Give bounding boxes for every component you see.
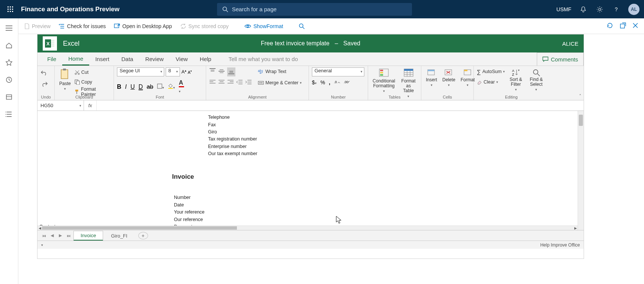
italic-icon[interactable]: I [125,84,127,90]
fx-icon[interactable]: fx [84,100,97,111]
tab-file[interactable]: File [41,52,62,66]
add-sheet-icon[interactable]: + [138,232,148,239]
waffle-icon[interactable] [4,3,16,15]
tell-me-input[interactable]: Tell me what you want to do [229,52,298,66]
close-icon[interactable] [633,23,638,29]
hamburger-icon[interactable] [4,24,13,33]
increase-decimal-icon[interactable]: .0 [334,79,340,85]
tab-review[interactable]: Review [139,52,169,66]
bold-icon[interactable]: B [117,84,121,90]
decrease-decimal-icon[interactable]: .00 [344,79,350,85]
sync-button[interactable]: Sync stored copy [180,23,229,29]
cut-button[interactable]: Cut [75,68,111,76]
format-as-table-button[interactable]: Format as Table▾ [399,67,418,99]
conditional-formatting-button[interactable]: Conditional Formatting▾ [371,67,397,94]
tab-home[interactable]: Home [62,52,89,66]
comments-button[interactable]: Comments [537,52,584,66]
decrease-font-icon[interactable]: A▾ [188,70,192,75]
redo-icon[interactable] [40,81,48,88]
status-menu-icon[interactable]: ▾ [41,243,43,247]
cell-number[interactable]: Number [174,195,190,200]
hscroll-left-icon[interactable]: ◀ [37,226,42,230]
align-left-icon[interactable] [209,79,216,86]
avatar[interactable]: AL [628,4,640,15]
cell-our-ref[interactable]: Our reference [174,217,203,222]
undo-icon[interactable] [40,70,48,77]
home-icon[interactable] [4,41,13,50]
cell-date[interactable]: Date [174,202,184,208]
recent-icon[interactable] [4,75,13,84]
excel-doc-title[interactable]: Free text invoice template [261,40,329,47]
sort-filter-button[interactable]: AZSort & Filter▾ [507,67,524,92]
align-bottom-icon[interactable] [227,67,235,76]
modules-icon[interactable] [4,110,13,119]
font-size-select[interactable]: 8▾ [166,67,180,76]
autosum-button[interactable]: ∑AutoSum▾ [477,67,505,76]
company-code[interactable]: USMF [556,6,571,12]
tab-view[interactable]: View [170,52,194,66]
sheet-nav-prev-icon[interactable]: ◀ [48,233,56,238]
borders-icon[interactable]: ▾ [157,84,164,90]
sheet-nav-first-icon[interactable]: ⏮ [40,233,48,238]
tab-help[interactable]: Help [194,52,217,66]
increase-font-icon[interactable]: A▴ [181,69,186,75]
align-right-icon[interactable] [227,79,234,86]
vertical-scrollbar[interactable] [578,111,584,230]
name-box[interactable]: HG50▾ [37,100,84,111]
copy-button[interactable]: Copy [75,78,111,86]
ribbon-collapse-icon[interactable]: ˄ [579,94,581,99]
find-select-button[interactable]: Find & Select▾ [527,67,546,92]
align-center-icon[interactable] [218,79,225,86]
font-color-icon[interactable]: A▾ [179,79,184,94]
number-format-select[interactable]: General▾ [312,67,364,76]
bell-icon[interactable] [579,5,588,14]
wrap-text-button[interactable]: abWrap Text [258,67,302,76]
show-format-button[interactable]: ShowFormat [244,23,283,29]
open-desktop-button[interactable]: Open in Desktop App [114,23,172,29]
insert-cells-button[interactable]: Insert▾ [424,67,439,88]
percent-icon[interactable]: % [321,79,325,85]
decrease-indent-icon[interactable] [236,79,243,86]
hscroll-right-icon[interactable]: ▶ [573,226,578,230]
tab-insert[interactable]: Insert [89,52,115,66]
cell-tax-reg[interactable]: Tax registration number [208,136,257,142]
sheet-area[interactable]: Telephone Fax Giro Tax registration numb… [37,111,584,230]
cell-fax[interactable]: Fax [208,122,216,127]
sheet-tab-invoice[interactable]: Invoice [73,231,103,241]
comma-icon[interactable]: , [329,79,330,85]
cell-your-ref[interactable]: Your reference [174,209,205,215]
preview-button[interactable]: Preview [24,23,51,29]
refresh-icon[interactable] [607,22,613,30]
cell-invoice-heading[interactable]: Invoice [172,173,194,181]
cell-tax-exempt[interactable]: Our tax exempt number [208,151,257,156]
cell-telephone[interactable]: Telephone [208,115,230,120]
check-issues-button[interactable]: Check for issues [59,23,106,29]
horizontal-scrollbar[interactable]: ◀ ▶ [37,226,578,230]
star-icon[interactable] [4,58,13,67]
cell-giro[interactable]: Giro [208,129,217,135]
workspace-icon[interactable] [4,93,13,102]
clear-button[interactable]: Clear▾ [477,78,505,86]
underline-icon[interactable]: U [130,84,135,90]
currency-icon[interactable]: $▾ [312,79,317,85]
strikethrough-icon[interactable]: ab [147,84,153,90]
excel-user[interactable]: ALICE [562,40,578,47]
increase-indent-icon[interactable] [245,79,252,86]
sheet-nav-next-icon[interactable]: ▶ [56,233,64,238]
delete-cells-button[interactable]: Delete▾ [441,67,457,88]
sheet-tab-giro[interactable]: Giro_FI [104,231,134,240]
cell-enterprise[interactable]: Enterprise number [208,144,247,149]
paste-button[interactable]: Paste ▾ [58,67,72,91]
align-top-icon[interactable] [209,68,216,76]
font-name-select[interactable]: Segoe UI▾ [117,67,164,76]
help-icon[interactable]: ? [612,5,621,14]
sheet-nav-last-icon[interactable]: ⏭ [64,233,73,238]
popout-icon[interactable] [620,22,626,30]
tab-data[interactable]: Data [115,52,139,66]
fill-color-icon[interactable]: ▾ [168,84,175,90]
gear-icon[interactable] [595,5,604,14]
help-improve-link[interactable]: Help Improve Office [540,242,580,248]
formula-input[interactable] [97,100,584,111]
global-search[interactable]: Search for a page [217,3,412,16]
double-underline-icon[interactable]: D [139,84,143,90]
